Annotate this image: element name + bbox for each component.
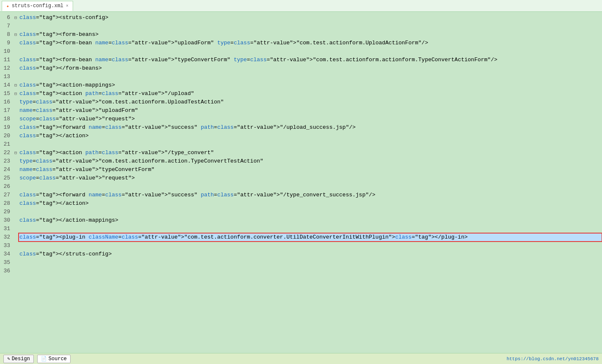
code-line: class="tag"><action-mappings>	[19, 81, 602, 90]
line-number-row: 26	[0, 182, 19, 191]
line-text: class="tag"></action-mappings>	[19, 216, 602, 225]
line-text: class="tag"><form-bean name=class="attr-…	[19, 56, 602, 64]
line-number-row: 8⊟	[0, 30, 19, 39]
code-line: type=class="attr-value">"com.test.action…	[19, 98, 602, 106]
fold-button[interactable]: ⊟	[13, 83, 19, 88]
code-line: class="tag"><form-bean name=class="attr-…	[19, 39, 602, 47]
line-number-row: 13	[0, 73, 19, 81]
line-number-row: 29	[0, 208, 19, 216]
line-text: class="tag"></form-beans>	[19, 64, 602, 73]
line-number-row: 31	[0, 225, 19, 233]
line-text	[19, 47, 602, 56]
line-text: class="tag"><action path=class="attr-val…	[19, 90, 602, 98]
code-line	[19, 208, 602, 216]
line-number: 22	[0, 149, 13, 157]
line-number-row: 18	[0, 115, 19, 123]
line-number-row: 12	[0, 64, 19, 73]
fold-button[interactable]: ⊟	[13, 15, 19, 20]
fold-button[interactable]: ⊟	[13, 91, 19, 96]
line-text: scope=class="attr-value">"request">	[19, 115, 602, 123]
fold-button[interactable]: ⊟	[13, 150, 19, 155]
line-number: 27	[0, 191, 13, 199]
line-number-row: 24	[0, 166, 19, 174]
line-number: 25	[0, 174, 13, 182]
line-number-row: 34	[0, 250, 19, 258]
editor-area: 6⊟78⊟91011121314⊟15⊟16171819202122⊟23242…	[0, 12, 602, 353]
code-line: scope=class="attr-value">"request">	[19, 115, 602, 123]
file-tab[interactable]: ✦ struts-config.xml ×	[2, 1, 73, 11]
status-url: https://blog.csdn.net/yn012345678	[507, 356, 599, 361]
code-line: class="tag"></action-mappings>	[19, 216, 602, 225]
code-line: class="tag"><action path=class="attr-val…	[19, 149, 602, 157]
line-text	[19, 73, 602, 81]
code-line: type=class="attr-value">"com.test.action…	[19, 157, 602, 166]
line-text: class="tag"><forward name=class="attr-va…	[19, 123, 602, 132]
line-text: scope=class="attr-value">"request">	[19, 174, 602, 182]
line-number: 20	[0, 132, 13, 140]
line-numbers-column: 6⊟78⊟91011121314⊟15⊟16171819202122⊟23242…	[0, 12, 19, 353]
line-text: type=class="attr-value">"com.test.action…	[19, 157, 602, 166]
line-number-row: 6⊟	[0, 14, 19, 22]
line-number: 21	[0, 140, 13, 149]
source-tab-label: Source	[49, 356, 67, 362]
line-number-row: 33	[0, 242, 19, 250]
line-text: name=class="attr-value">"typeConvertForm…	[19, 166, 602, 174]
close-tab-icon[interactable]: ×	[66, 4, 68, 8]
tab-filename: struts-config.xml	[12, 3, 63, 9]
line-text	[19, 258, 602, 267]
line-text: class="tag"><form-bean name=class="attr-…	[19, 39, 602, 47]
code-line: class="tag"><plug-in className=class="at…	[19, 233, 602, 242]
design-tab[interactable]: ✎ Design	[3, 355, 34, 363]
line-text: name=class="attr-value">"uploadForm"	[19, 106, 602, 115]
line-number-row: 21	[0, 140, 19, 149]
line-number: 9	[0, 39, 13, 47]
line-number-row: 28	[0, 199, 19, 208]
code-line	[19, 182, 602, 191]
line-number: 31	[0, 225, 13, 233]
line-number-row: 9	[0, 39, 19, 47]
line-text	[19, 22, 602, 30]
line-text: class="tag"><form-beans>	[19, 30, 602, 39]
line-text: class="tag"><struts-config>	[19, 14, 602, 22]
line-text: class="tag"></struts-config>	[19, 250, 602, 258]
line-number: 14	[0, 81, 13, 90]
line-number: 28	[0, 199, 13, 208]
line-number-row: 36	[0, 267, 19, 275]
line-number: 24	[0, 166, 13, 174]
line-number: 7	[0, 22, 13, 30]
line-number-row: 15⊟	[0, 90, 19, 98]
line-number-row: 14⊟	[0, 81, 19, 90]
code-line: class="tag"><struts-config>	[19, 14, 602, 22]
line-number: 34	[0, 250, 13, 258]
source-tab[interactable]: 📄 Source	[37, 355, 71, 363]
xml-file-icon: ✦	[6, 3, 9, 9]
line-number: 8	[0, 30, 13, 39]
line-text: type=class="attr-value">"com.test.action…	[19, 98, 602, 106]
line-number: 29	[0, 208, 13, 216]
source-icon: 📄	[41, 356, 47, 361]
code-line	[19, 267, 602, 275]
code-line: class="tag"><forward name=class="attr-va…	[19, 123, 602, 132]
line-number: 33	[0, 242, 13, 250]
status-left: ✎ Design 📄 Source	[3, 355, 71, 363]
code-line: name=class="attr-value">"uploadForm"	[19, 106, 602, 115]
line-number: 15	[0, 90, 13, 98]
line-text	[19, 140, 602, 149]
line-number: 11	[0, 56, 13, 64]
fold-button[interactable]: ⊟	[13, 32, 19, 37]
code-line	[19, 22, 602, 30]
design-icon: ✎	[7, 356, 10, 361]
line-number-row: 30	[0, 216, 19, 225]
line-number-row: 11	[0, 56, 19, 64]
line-number: 10	[0, 47, 13, 56]
code-line	[19, 225, 602, 233]
tab-bar: ✦ struts-config.xml ×	[0, 0, 602, 12]
line-number-row: 35	[0, 258, 19, 267]
line-text	[19, 225, 602, 233]
line-number: 13	[0, 73, 13, 81]
code-line	[19, 242, 602, 250]
line-number-row: 27	[0, 191, 19, 199]
line-number-row: 22⊟	[0, 149, 19, 157]
line-number-row: 20	[0, 132, 19, 140]
code-container[interactable]: 6⊟78⊟91011121314⊟15⊟16171819202122⊟23242…	[0, 12, 602, 353]
